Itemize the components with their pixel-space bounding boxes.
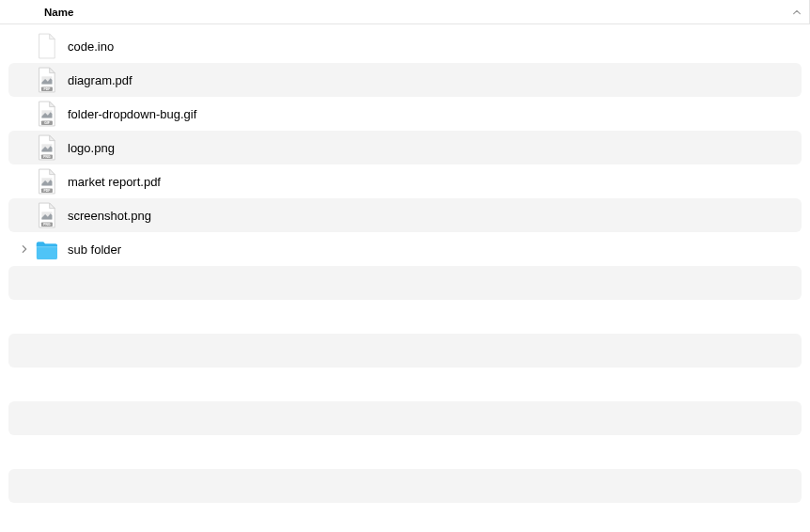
pdf-icon: PDF xyxy=(34,67,58,93)
list-item[interactable]: PDFmarket report.pdf xyxy=(8,164,802,198)
list-item-empty xyxy=(8,435,802,469)
disclosure-triangle[interactable] xyxy=(17,242,32,257)
png-icon: PNG xyxy=(34,202,58,228)
list-item[interactable]: PNGscreenshot.png xyxy=(8,198,802,232)
file-list: code.inoPDFdiagram.pdfGIFfolder-dropdown… xyxy=(0,24,810,532)
list-item-label: code.ino xyxy=(68,39,114,54)
list-item-empty xyxy=(8,334,802,368)
list-item-empty xyxy=(8,300,802,334)
chevron-up-icon xyxy=(792,8,802,17)
sort-indicator-wrap xyxy=(792,0,810,23)
list-item[interactable]: code.ino xyxy=(8,29,802,63)
list-item[interactable]: PDFdiagram.pdf xyxy=(8,63,802,97)
list-item-empty xyxy=(8,266,802,300)
list-item-label: logo.png xyxy=(68,141,115,155)
list-item-empty xyxy=(8,401,802,435)
list-item[interactable]: GIFfolder-dropdown-bug.gif xyxy=(8,97,802,131)
list-item-empty xyxy=(8,469,802,503)
list-item-label: market report.pdf xyxy=(68,175,161,189)
list-item-label: sub folder xyxy=(68,243,121,257)
svg-text:PNG: PNG xyxy=(43,223,51,227)
list-item-label: diagram.pdf xyxy=(68,73,132,87)
folder-icon xyxy=(34,236,58,262)
gif-icon: GIF xyxy=(34,101,58,127)
svg-text:GIF: GIF xyxy=(44,121,50,125)
column-header-name[interactable]: Name xyxy=(0,0,810,23)
list-item[interactable]: PNGlogo.png xyxy=(8,131,802,164)
png-icon: PNG xyxy=(34,134,58,161)
list-item-empty xyxy=(8,368,802,401)
blank-icon xyxy=(34,33,58,59)
svg-text:PDF: PDF xyxy=(44,87,51,91)
chevron-right-icon xyxy=(20,244,29,254)
list-item-empty xyxy=(8,503,802,532)
svg-text:PDF: PDF xyxy=(44,189,51,193)
list-item[interactable]: sub folder xyxy=(8,232,802,266)
list-item-label: screenshot.png xyxy=(68,209,151,223)
svg-text:PNG: PNG xyxy=(43,155,51,159)
pdf-icon: PDF xyxy=(34,168,58,195)
column-header-name-label: Name xyxy=(44,7,73,18)
column-header: Name xyxy=(0,0,810,24)
list-item-label: folder-dropdown-bug.gif xyxy=(68,107,196,121)
